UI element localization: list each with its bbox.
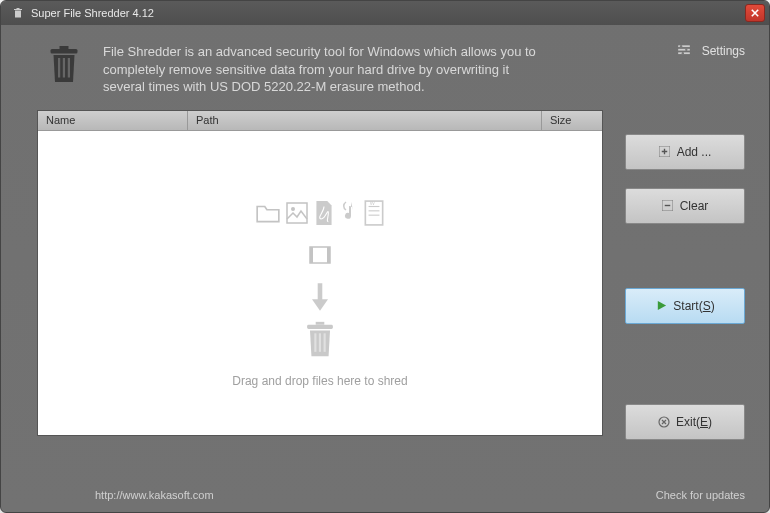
trash-icon [43, 43, 85, 85]
svg-rect-21 [314, 333, 316, 352]
column-path[interactable]: Path [188, 111, 542, 130]
drop-zone[interactable]: W Drag [38, 131, 602, 435]
add-button[interactable]: Add ... [625, 134, 745, 170]
svg-rect-2 [63, 58, 65, 78]
clear-button[interactable]: Clear [625, 188, 745, 224]
side-buttons: Add ... Clear Start(S) Exit(E) [625, 110, 745, 458]
folder-icon [255, 202, 281, 224]
footer: http://www.kakasoft.com Check for update… [1, 478, 769, 512]
svg-rect-22 [319, 333, 321, 352]
pdf-icon [313, 200, 335, 226]
window-title: Super File Shredder 4.12 [31, 7, 745, 19]
music-icon [339, 200, 359, 226]
gear-icon [676, 43, 692, 59]
svg-point-8 [685, 49, 687, 51]
settings-label: Settings [702, 44, 745, 58]
file-list-panel: Name Path Size W [37, 110, 603, 436]
drop-trash-icon [301, 319, 339, 362]
column-name[interactable]: Name [38, 111, 188, 130]
arrow-down-icon [306, 281, 334, 313]
svg-rect-0 [51, 49, 78, 54]
titlebar: Super File Shredder 4.12 [1, 1, 769, 25]
svg-rect-3 [68, 58, 70, 78]
app-icon [11, 6, 25, 20]
svg-point-11 [291, 207, 295, 211]
play-icon [655, 300, 667, 312]
footer-url[interactable]: http://www.kakasoft.com [95, 489, 656, 501]
add-label: Add ... [677, 145, 712, 159]
close-button[interactable] [745, 4, 765, 22]
exit-label: Exit(E) [676, 415, 712, 429]
close-icon [751, 9, 759, 17]
svg-rect-1 [58, 58, 60, 78]
svg-rect-23 [324, 333, 326, 352]
svg-rect-20 [307, 324, 333, 328]
app-description: File Shredder is an advanced security to… [103, 43, 543, 96]
main-content: Name Path Size W [1, 110, 769, 458]
start-button[interactable]: Start(S) [625, 288, 745, 324]
app-window: Super File Shredder 4.12 File Shredder i… [0, 0, 770, 513]
minus-icon [662, 200, 674, 212]
file-type-icons: W [240, 178, 400, 248]
svg-point-7 [680, 45, 682, 47]
exit-button[interactable]: Exit(E) [625, 404, 745, 440]
svg-rect-19 [327, 247, 330, 263]
svg-point-9 [681, 52, 683, 54]
settings-button[interactable]: Settings [676, 43, 745, 59]
clear-label: Clear [680, 199, 709, 213]
svg-rect-18 [310, 247, 313, 263]
svg-rect-10 [287, 203, 307, 223]
doc-icon: W [363, 200, 385, 226]
plus-icon [659, 146, 671, 158]
column-size[interactable]: Size [542, 111, 602, 130]
drop-hint: Drag and drop files here to shred [232, 374, 407, 388]
x-circle-icon [658, 416, 670, 428]
start-label: Start(S) [673, 299, 714, 313]
column-headers: Name Path Size [38, 111, 602, 131]
video-icon [308, 244, 332, 266]
header: File Shredder is an advanced security to… [1, 25, 769, 110]
check-updates-link[interactable]: Check for updates [656, 489, 745, 501]
svg-rect-5 [678, 49, 690, 51]
image-icon [285, 201, 309, 225]
svg-text:W: W [370, 200, 376, 206]
